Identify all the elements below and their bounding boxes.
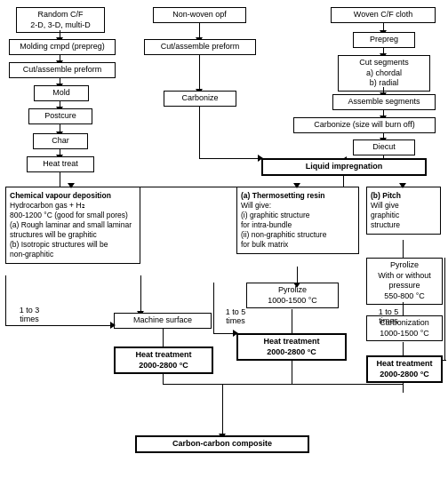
- carbonize-mid-box: Carbonize: [164, 91, 236, 107]
- woven-cf-box: Woven C/F cloth: [331, 7, 436, 23]
- arrow: [343, 176, 344, 187]
- arrow: [403, 382, 404, 393]
- postcure-box: Postcure: [28, 108, 92, 124]
- arrow: [383, 23, 384, 30]
- ht-left-box: Heat treatment2000-2800 °C: [114, 347, 213, 374]
- times-1-5-mid-label: 1 to 5times: [213, 307, 258, 325]
- nonwoven-opf-box: Non-woven opf: [153, 7, 246, 23]
- liquid-imp-box: Liquid impregnation: [261, 158, 427, 176]
- arrow: [199, 55, 200, 89]
- arrow: [292, 309, 292, 333]
- cvd-box: Chemical vapour deposition Hydrocarbon g…: [5, 187, 140, 264]
- thermo-resin-box: (a) Thermosetting resin Will give: (i) g…: [236, 187, 359, 254]
- pyrolize-right-box: PyrolizeWith or withoutpressure550-800 °…: [366, 258, 443, 305]
- cut-assemble2-box: Cut/assemble preform: [144, 39, 256, 55]
- carbonize-right-box: Carbonize (size will burn off): [293, 117, 436, 133]
- arrow: [199, 107, 200, 158]
- arrowhead: [258, 155, 263, 162]
- cut-segments-box: Cut segmentsa) chordalb) radial: [338, 55, 430, 92]
- arrow: [292, 360, 292, 384]
- arrowhead: [399, 183, 406, 188]
- arrow: [5, 325, 114, 326]
- ht-mid-box: Heat treatment2000-2800 °C: [236, 333, 347, 361]
- char-box: Char: [33, 133, 88, 149]
- arrowhead: [110, 322, 116, 329]
- pitch-box: (b) Pitch Will give graphitic structure: [366, 187, 441, 235]
- arrow: [443, 360, 446, 361]
- heat-treat-box: Heat treat: [27, 156, 94, 172]
- random-cf-box: Random C/F2-D, 3-D, multi-D: [16, 7, 105, 33]
- arrowhead: [293, 283, 300, 288]
- arrow: [222, 384, 223, 434]
- arrow: [60, 124, 60, 131]
- arrowhead: [233, 330, 238, 337]
- mold-box: Mold: [34, 85, 89, 101]
- cut-assemble1-box: Cut/assemble preform: [9, 62, 116, 78]
- arrow: [199, 158, 261, 159]
- ht-right-box: Heat treatment2000-2800 °C: [366, 355, 443, 383]
- arrow: [60, 30, 60, 37]
- arrow: [297, 267, 298, 283]
- prepreg-box: Prepreg: [353, 32, 415, 48]
- times-1-5-right-label: 1 to 5times: [366, 307, 411, 325]
- process-diagram: Random C/F2-D, 3-D, multi-D Non-woven op…: [0, 0, 448, 478]
- arrowhead: [68, 183, 75, 188]
- arrow: [163, 373, 164, 384]
- arrow: [60, 172, 60, 187]
- machine-surface-box: Machine surface: [114, 313, 212, 329]
- arrow: [5, 275, 6, 325]
- times-1-3-label: 1 to 3times: [7, 306, 52, 323]
- arrow: [163, 329, 164, 347]
- arrow: [403, 240, 404, 258]
- arrow: [403, 342, 404, 355]
- pyrolize-mid-box: Pyrolize1000-1500 °C: [246, 283, 339, 308]
- molding-cmpd-box: Molding cmpd (prepreg): [9, 39, 116, 55]
- arrow: [199, 23, 200, 37]
- arrow: [444, 258, 445, 360]
- carbon-carbon-box: Carbon-carbon composite: [135, 435, 309, 453]
- diecut-box: Diecut: [353, 139, 415, 155]
- assemble-segments-box: Assemble segments: [332, 94, 436, 110]
- arrowhead: [293, 183, 300, 188]
- arrow: [163, 384, 403, 385]
- arrow: [71, 187, 343, 187]
- arrow: [140, 275, 141, 311]
- arrow: [213, 283, 214, 333]
